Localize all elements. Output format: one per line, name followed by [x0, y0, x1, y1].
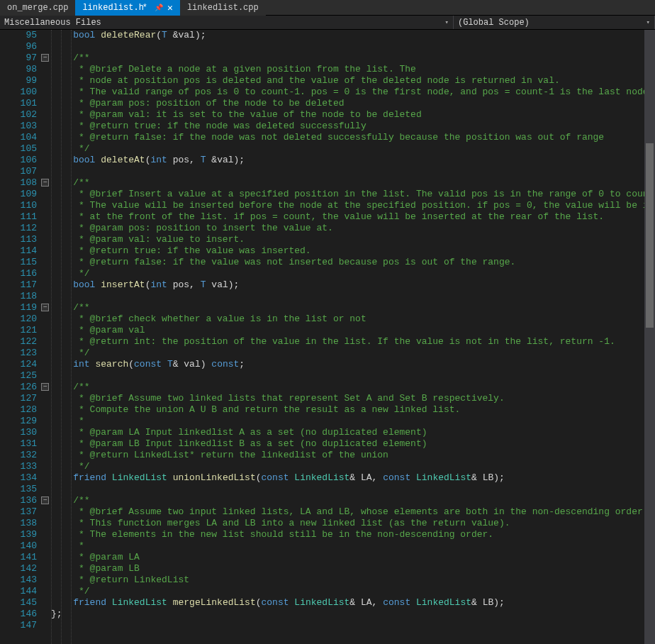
line-number: 128: [0, 404, 37, 416]
chevron-down-icon: ▾: [445, 18, 449, 26]
chevron-down-icon: ▾: [646, 18, 650, 26]
line-number: 137: [0, 506, 37, 518]
line-number: 120: [0, 313, 37, 325]
code-line[interactable]: /**: [51, 382, 655, 393]
editor[interactable]: 9596979899100101102103104105106107108109…: [0, 30, 655, 644]
scrollbar-thumb[interactable]: [646, 143, 654, 328]
code-line[interactable]: };: [51, 609, 655, 620]
code-line[interactable]: * @param val: it is set to the value of …: [51, 109, 655, 121]
code-line[interactable]: */: [51, 143, 655, 155]
fold-toggle[interactable]: −: [41, 304, 49, 311]
line-number: 144: [0, 586, 37, 597]
code-line[interactable]: *: [51, 540, 655, 552]
fold-toggle[interactable]: −: [41, 496, 49, 504]
code-line[interactable]: * @brief Assume two input linked lists, …: [51, 506, 655, 518]
code-line[interactable]: * @return true: if the node was deleted …: [51, 121, 655, 132]
line-number: 131: [0, 438, 37, 450]
code-line[interactable]: */: [51, 348, 655, 359]
code-line[interactable]: * @param LA: [51, 552, 655, 563]
line-number: 141: [0, 552, 37, 563]
line-number: 107: [0, 166, 37, 177]
code-line[interactable]: * @param val: value to insert.: [51, 234, 655, 245]
line-number: 123: [0, 348, 37, 359]
code-line[interactable]: * @param pos: position of the node to be…: [51, 98, 655, 109]
scope-project-dropdown[interactable]: Miscellaneous Files ▾: [0, 16, 454, 29]
code-line[interactable]: * @brief Assume two linked lists that re…: [51, 393, 655, 404]
code-line[interactable]: * The value will be inserted before the …: [51, 200, 655, 211]
tab-label: on_merge.cpp: [7, 3, 68, 13]
tab-on-merge[interactable]: on_merge.cpp: [0, 0, 75, 16]
code-line[interactable]: bool deleteAt(int pos, T &val);: [51, 155, 655, 166]
line-number: 96: [0, 41, 37, 52]
fold-column: −−−−−: [41, 30, 51, 644]
code-line[interactable]: * @param pos: position to insert the val…: [51, 223, 655, 234]
code-line[interactable]: * @brief Delete a node at a given positi…: [51, 64, 655, 75]
code-line[interactable]: friend LinkedList unionLinkedList(const …: [51, 472, 655, 484]
line-number: 129: [0, 416, 37, 427]
code-line[interactable]: /**: [51, 177, 655, 189]
line-number: 139: [0, 529, 37, 540]
code-line[interactable]: * at the front of the list. if pos = cou…: [51, 211, 655, 223]
line-number: 117: [0, 279, 37, 291]
code-line[interactable]: * This function merges LA and LB into a …: [51, 518, 655, 529]
code-line[interactable]: * node at position pos is deleted and th…: [51, 75, 655, 87]
code-line[interactable]: bool deleteRear(T &val);: [51, 30, 655, 41]
code-line[interactable]: [51, 620, 655, 631]
code-line[interactable]: * @param LA Input linkedlist A as a set …: [51, 427, 655, 438]
line-number: 99: [0, 75, 37, 87]
code-line[interactable]: [51, 41, 655, 52]
code-line[interactable]: [51, 370, 655, 382]
code-line[interactable]: /**: [51, 52, 655, 64]
line-number: 133: [0, 461, 37, 472]
dirty-indicator: *: [142, 3, 147, 13]
tab-linkedlist-cpp[interactable]: linkedlist.cpp: [180, 0, 266, 16]
line-number: 136: [0, 495, 37, 506]
code-line[interactable]: * @return LinkedList: [51, 574, 655, 586]
scope-namespace-label: (Global Scope): [458, 18, 530, 28]
code-line[interactable]: */: [51, 586, 655, 597]
line-number: 108: [0, 177, 37, 189]
line-number: 127: [0, 393, 37, 404]
code-line[interactable]: * @return true: if the value was inserte…: [51, 245, 655, 257]
code-line[interactable]: /**: [51, 302, 655, 313]
fold-toggle[interactable]: −: [41, 54, 49, 62]
code-line[interactable]: */: [51, 268, 655, 279]
line-number: 145: [0, 597, 37, 609]
code-line[interactable]: * @return false: if the node was not del…: [51, 132, 655, 143]
code-line[interactable]: int search(const T& val) const;: [51, 359, 655, 370]
code-line[interactable]: [51, 484, 655, 495]
code-line[interactable]: /**: [51, 495, 655, 506]
code-line[interactable]: */: [51, 461, 655, 472]
code-line[interactable]: * @return int: the position of the value…: [51, 336, 655, 348]
line-number-gutter: 9596979899100101102103104105106107108109…: [0, 30, 41, 644]
code-line[interactable]: * @param LB: [51, 563, 655, 574]
code-line[interactable]: *: [51, 416, 655, 427]
code-area[interactable]: bool deleteRear(T &val); /** * @brief De…: [51, 30, 655, 644]
code-line[interactable]: [51, 291, 655, 302]
fold-toggle[interactable]: −: [41, 383, 49, 391]
code-line[interactable]: * The elements in the new list should st…: [51, 529, 655, 540]
code-line[interactable]: * @brief Insert a value at a specified p…: [51, 189, 655, 200]
line-number: 134: [0, 472, 37, 484]
code-line[interactable]: * @return false: if the value was not in…: [51, 257, 655, 268]
code-line[interactable]: bool insertAt(int pos, T val);: [51, 279, 655, 291]
line-number: 125: [0, 370, 37, 382]
fold-toggle[interactable]: −: [41, 179, 49, 187]
vertical-scrollbar[interactable]: [644, 30, 655, 644]
code-line[interactable]: * The valid range of pos is 0 to count-1…: [51, 87, 655, 98]
close-icon[interactable]: ✕: [167, 4, 173, 13]
line-number: 111: [0, 211, 37, 223]
code-line[interactable]: * Compute the union A U B and return the…: [51, 404, 655, 416]
code-line[interactable]: * @brief check whether a value is in the…: [51, 313, 655, 325]
code-line[interactable]: * @param LB Input linkedlist B as a set …: [51, 438, 655, 450]
pin-icon[interactable]: 📌: [155, 4, 163, 12]
line-number: 119: [0, 302, 37, 313]
code-line[interactable]: friend LinkedList mergeLinkedList(const …: [51, 597, 655, 609]
tab-linkedlist-h[interactable]: linkedlist.h* 📌 ✕: [75, 0, 179, 16]
code-line[interactable]: * @param val: [51, 325, 655, 336]
code-line[interactable]: [51, 166, 655, 177]
line-number: 122: [0, 336, 37, 348]
scope-namespace-dropdown[interactable]: (Global Scope) ▾: [454, 16, 655, 29]
code-line[interactable]: * @return LinkedList* return the linkedl…: [51, 450, 655, 461]
line-number: 95: [0, 30, 37, 41]
